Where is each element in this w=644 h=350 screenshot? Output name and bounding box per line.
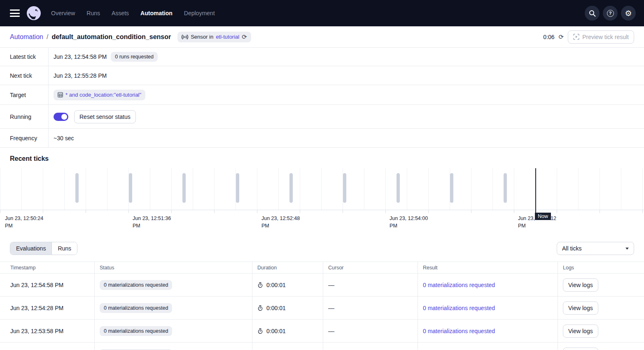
tick-result-link[interactable]: 0 materializations requested [423,305,495,311]
dagster-logo-icon[interactable] [26,6,41,21]
tick-bar[interactable] [182,173,186,203]
refresh-icon[interactable]: ⟳ [559,34,564,40]
nav-item-assets[interactable]: Assets [112,10,129,16]
tick-table-row: Jun 23, 12:54:58 PM 0 materializations r… [0,274,644,297]
sensor-name: default_automation_condition_sensor [51,33,171,41]
next-tick-label: Next tick [0,66,49,85]
ticks-toolbar: Evaluations Runs All ticks [0,234,644,262]
tick-duration: 0:00:01 [266,282,286,288]
tick-status-badge: 0 materializations requested [100,280,172,290]
hamburger-menu-icon[interactable] [10,9,20,17]
tick-table-row: Jun 23, 12:53:28 PM 0 materializations r… [0,343,644,350]
view-logs-button[interactable]: View logs [563,325,598,338]
view-segmented-control: Evaluations Runs [10,242,77,255]
recent-ticks-title: Recent ticks [0,148,644,168]
asset-table-icon [58,92,63,97]
next-tick-countdown: 0:06 [543,34,554,40]
preview-icon [573,34,579,40]
view-logs-button[interactable]: View logs [563,278,598,292]
tick-bar[interactable] [129,173,132,203]
tick-result-link[interactable]: 0 materializations requested [423,328,495,334]
tick-duration: 0:00:01 [266,328,286,334]
running-label: Running [0,105,49,128]
view-logs-button[interactable]: View logs [563,301,598,315]
sensor-location-badge: Sensor in etl-tutorial ⟳ [177,32,251,42]
breadcrumb-automation-link[interactable]: Automation [10,33,43,41]
settings-gear-icon: ⚙ [625,9,632,17]
help-button[interactable]: ? [603,6,618,21]
col-logs: Logs [558,262,644,273]
asset-selection-text: * and code_location:"etl-tutorial" [65,92,141,98]
latest-tick-label: Latest tick [0,48,49,66]
tick-table-row: Jun 23, 12:53:58 PM 0 materializations r… [0,320,644,343]
frequency-row: Frequency ~30 sec [0,129,644,148]
nav-actions: ? ⚙ [585,6,636,21]
tick-bar[interactable] [289,173,293,203]
tick-bar[interactable] [236,173,239,203]
tick-timestamp: Jun 23, 12:54:58 PM [10,282,63,288]
tick-filter-value: All ticks [562,245,581,252]
timeline-axis-label: Jun 23, 12:51:36PM [133,215,171,229]
col-status: Status [95,262,252,273]
col-duration: Duration [252,262,323,273]
tick-bar[interactable] [343,173,346,203]
breadcrumb-row: Automation / default_automation_conditio… [0,26,644,48]
recent-ticks-section: Recent ticks Jun 23, 12:50:24PMJun 23, 1… [0,148,644,234]
tick-cursor: — [328,327,334,334]
tick-filter-select[interactable]: All ticks [557,242,634,255]
help-icon: ? [607,10,614,17]
search-icon [589,10,596,17]
preview-tick-result-button[interactable]: Preview tick result [568,30,634,44]
top-nav: Overview Runs Assets Automation Deployme… [0,0,644,26]
reload-location-icon[interactable]: ⟳ [242,34,247,40]
ticks-timeline[interactable]: Jun 23, 12:50:24PMJun 23, 12:51:36PMJun … [0,168,644,234]
col-result: Result [418,262,558,273]
settings-button[interactable]: ⚙ [621,6,636,21]
asset-selection-tag[interactable]: * and code_location:"etl-tutorial" [54,90,145,100]
tick-status-badge: 0 materializations requested [100,326,172,336]
timeline-axis-label: Jun 23, 12:54:00PM [390,215,428,229]
code-location-link[interactable]: etl-tutorial [216,34,239,40]
tick-cursor: — [328,304,334,311]
now-marker-badge: Now [535,213,551,220]
tab-evaluations[interactable]: Evaluations [10,242,51,255]
col-timestamp: Timestamp [0,262,95,273]
timeline-axis-label: Jun 23, 12:52:48PM [261,215,300,229]
stopwatch-icon [257,328,263,334]
tick-result-link[interactable]: 0 materializations requested [423,282,495,288]
breadcrumb-actions: 0:06 ⟳ Preview tick result [543,30,634,44]
stopwatch-icon [257,282,263,288]
target-row: Target * and code_location:"etl-tutorial… [0,85,644,105]
tick-bar[interactable] [450,173,453,203]
running-row: Running Reset sensor status [0,105,644,129]
tick-bar[interactable] [75,173,79,203]
reset-sensor-status-button[interactable]: Reset sensor status [74,110,136,123]
next-tick-value: Jun 23, 12:55:28 PM [54,72,107,79]
tick-bar[interactable] [504,173,507,203]
latest-tick-value: Jun 23, 12:54:58 PM [54,53,107,60]
sensor-icon [182,35,188,39]
col-cursor: Cursor [323,262,418,273]
tick-bar[interactable] [397,173,400,203]
tab-runs[interactable]: Runs [51,242,77,255]
tick-status-badge: 0 materializations requested [100,303,172,313]
nav-item-deployment[interactable]: Deployment [184,10,215,16]
view-logs-button[interactable]: View logs [563,348,598,350]
latest-tick-status-badge: 0 runs requested [111,52,158,62]
chevron-down-icon [625,248,629,250]
search-button[interactable] [585,6,600,21]
sensor-badge-prefix: Sensor in [191,34,213,40]
next-tick-row: Next tick Jun 23, 12:55:28 PM [0,66,644,85]
tick-duration: 0:00:01 [266,305,286,311]
nav-item-runs[interactable]: Runs [86,10,100,16]
now-marker-line [535,168,536,215]
timeline-axis-label: Jun 23, 12:50:24PM [5,215,43,229]
nav-item-overview[interactable]: Overview [51,10,75,16]
tick-timestamp: Jun 23, 12:53:58 PM [10,328,63,334]
nav-item-automation[interactable]: Automation [140,10,173,16]
ticks-table-header: Timestamp Status Duration Cursor Result … [0,262,644,274]
latest-tick-row: Latest tick Jun 23, 12:54:58 PM 0 runs r… [0,48,644,66]
target-label: Target [0,85,49,104]
running-toggle[interactable] [54,113,68,121]
timeline-chart[interactable] [0,168,644,210]
